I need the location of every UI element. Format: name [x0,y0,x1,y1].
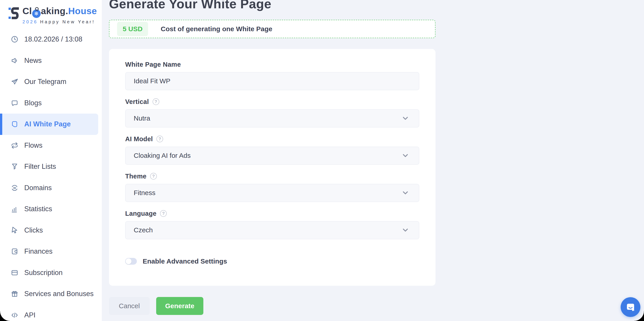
cancel-button[interactable]: Cancel [109,297,150,315]
vertical-label: Vertical [125,98,149,105]
ai-model-selected-value: Cloaking AI for Ads [134,152,190,159]
sidebar-item-ai-white-page[interactable]: AI White Page [0,114,98,135]
theme-select[interactable]: Fitness [125,184,419,202]
white-page-name-label: White Page Name [125,61,181,68]
sidebar-item-domains[interactable]: w Domains [0,177,102,199]
field-vertical: Vertical ? Nutra [125,98,419,127]
sidebar-item-api[interactable]: API [0,305,102,321]
field-white-page-name: White Page Name [125,61,419,90]
chevron-down-icon [401,189,410,197]
sidebar: Cl❄aking.House 2026Happy New Year! 18.02… [0,0,102,321]
page-icon [11,120,18,128]
generate-button[interactable]: Generate [156,297,203,315]
chat-launcher-button[interactable] [621,297,640,317]
brand-greeting: 2026Happy New Year! [22,19,97,24]
help-icon[interactable]: ? [150,173,157,180]
page-title: Generate Your White Page [109,0,436,11]
repeat-icon [11,142,18,149]
sidebar-item-subscription[interactable]: Subscription [0,262,102,284]
vertical-selected-value: Nutra [134,114,150,122]
cost-badge: 5 USD [117,22,148,36]
gift-icon [11,290,18,298]
sidebar-item-statistics[interactable]: Statistics [0,198,102,220]
sidebar-nav: 18.02.2026 / 13:08 News Our Telegram Blo… [0,29,102,321]
toggle-knob [126,258,132,264]
chat-bubble-icon [11,99,18,107]
help-icon[interactable]: ? [156,136,163,142]
help-icon[interactable]: ? [160,210,167,217]
bar-chart-icon [11,205,18,213]
sidebar-item-services-and-bonuses[interactable]: Services and Bonuses [0,283,102,305]
help-icon[interactable]: ? [152,98,159,105]
globe-icon: w [11,184,18,192]
theme-label: Theme [125,173,146,180]
brand-accent: House [68,6,97,16]
svg-text:w: w [13,186,16,190]
chevron-down-icon [401,114,410,122]
brand-logo[interactable]: Cl❄aking.House 2026Happy New Year! [8,6,97,24]
funnel-icon [11,163,18,170]
ornament-icon: ❄ [32,9,41,18]
sidebar-item-clicks[interactable]: Clicks [0,220,102,241]
paper-plane-icon [11,78,18,85]
code-icon [11,311,18,319]
advanced-settings-toggle[interactable] [125,258,137,265]
ai-model-select[interactable]: Cloaking AI for Ads [125,147,419,165]
chevron-down-icon [401,226,410,234]
language-selected-value: Czech [134,226,153,234]
brand-part1: Cl [22,6,32,16]
language-select[interactable]: Czech [125,221,419,239]
field-ai-model: AI Model ? Cloaking AI for Ads [125,135,419,165]
clock-icon [11,35,18,43]
sidebar-item-filter-lists[interactable]: Filter Lists [0,156,102,177]
brand-part2: aking. [41,6,68,16]
sidebar-item-finances[interactable]: Finances [0,241,102,262]
wallet-icon [11,248,18,255]
chat-bubble-smile-icon [625,302,636,313]
theme-selected-value: Fitness [134,189,156,197]
cost-banner: 5 USD Cost of generating one White Page [109,20,436,38]
megaphone-icon [11,57,18,64]
advanced-settings-row: Enable Advanced Settings [125,258,419,265]
ai-model-label: AI Model [125,135,153,143]
form-actions: Cancel Generate [109,297,436,315]
field-language: Language ? Czech [125,210,419,239]
field-theme: Theme ? Fitness [125,173,419,202]
generate-form-card: White Page Name Vertical ? Nutra AI Mode… [109,49,436,286]
cursor-icon [11,227,18,234]
main-content: Generate Your White Page 5 USD Cost of g… [102,0,644,321]
brand-name: Cl❄aking.House [22,6,97,18]
datetime-display: 18.02.2026 / 13:08 [0,29,102,50]
credit-card-icon [11,269,18,277]
sidebar-item-blogs[interactable]: Blogs [0,92,102,114]
sidebar-item-news[interactable]: News [0,50,102,71]
language-label: Language [125,210,156,217]
logo-mark-icon [8,6,20,20]
advanced-settings-label: Enable Advanced Settings [143,258,227,265]
sidebar-item-flows[interactable]: Flows [0,135,102,156]
chevron-down-icon [401,152,410,160]
white-page-name-input[interactable] [125,72,419,90]
cost-text: Cost of generating one White Page [161,25,272,33]
vertical-select[interactable]: Nutra [125,109,419,127]
sidebar-item-our-telegram[interactable]: Our Telegram [0,71,102,92]
